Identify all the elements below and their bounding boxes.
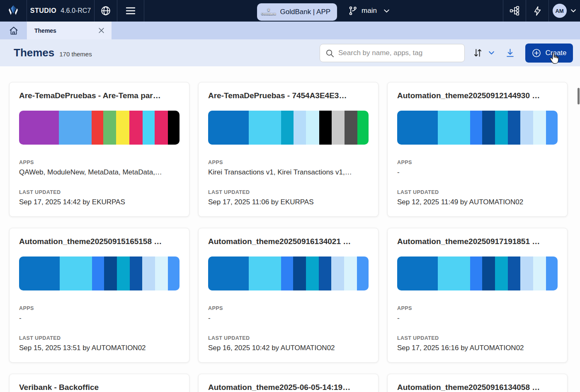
lightning-icon [532, 6, 543, 16]
last-updated-value: Sep 17, 2025 11:06 by EKURPAS [208, 198, 369, 207]
apps-label: APPS [19, 160, 180, 165]
theme-palette [397, 111, 558, 145]
page-header: Themes 170 themes [0, 39, 580, 66]
quick-actions-button[interactable] [526, 0, 548, 22]
last-updated-label: LAST UPDATED [397, 335, 558, 341]
create-button-label: Create [545, 49, 566, 57]
sort-button[interactable] [472, 47, 484, 59]
last-updated-label: LAST UPDATED [397, 189, 558, 195]
theme-card-title: Automation_theme20250916134021 … [208, 237, 369, 247]
download-icon [505, 48, 515, 58]
theme-card[interactable]: Are-TemaDePruebas - Are-Tema par… APPS Q… [9, 82, 189, 217]
tab-bar: Themes [0, 22, 580, 39]
last-updated-label: LAST UPDATED [19, 335, 180, 341]
app-logo-icon [7, 5, 19, 17]
theme-card[interactable]: Automation_theme20250917191851 … APPS - … [387, 228, 568, 363]
last-updated-value: Sep 16, 2025 10:42 by AUTOMATION02 [208, 344, 369, 353]
current-app-badge[interactable]: ♛ GoldBank GoldBank | APP [257, 3, 337, 21]
theme-card-title: Are-TemaDePruebas - 7454A3E4E3… [208, 91, 369, 101]
top-bar: STUDIO 4.6.0-RC7 ♛ GoldBank GoldBank | A… [0, 0, 580, 22]
app-logo[interactable] [0, 0, 27, 22]
apps-value: Kirei Transactions v1, Kirei Transaction… [208, 168, 369, 177]
apps-value: - [397, 314, 558, 323]
search-box [320, 44, 465, 62]
chevron-down-icon [488, 49, 495, 56]
apps-value: - [397, 168, 558, 177]
hierarchy-button[interactable] [503, 0, 526, 22]
last-updated-value: Sep 17, 2025 16:16 by AUTOMATION02 [397, 344, 558, 353]
theme-palette [19, 256, 180, 290]
theme-card-title: Automation_theme20250916134058 … [397, 382, 558, 392]
language-button[interactable] [95, 0, 117, 22]
apps-label: APPS [208, 160, 369, 165]
user-menu[interactable]: AM [548, 0, 580, 22]
tab-home[interactable] [0, 22, 27, 39]
theme-card-title: Automation_theme20250912144930 … [397, 91, 558, 101]
avatar: AM [553, 4, 567, 18]
last-updated-value: Sep 12, 2025 11:49 by AUTOMATION02 [397, 198, 558, 207]
theme-card[interactable]: Automation_theme20250916134021 … APPS - … [198, 228, 379, 363]
chevron-down-icon [383, 7, 390, 15]
close-icon[interactable] [97, 26, 106, 35]
current-app-label: GoldBank | APP [280, 8, 330, 16]
tab-themes[interactable]: Themes [27, 22, 112, 39]
home-icon [9, 26, 19, 36]
product-label: STUDIO [30, 7, 56, 15]
theme-card[interactable]: Automation_theme20250916134058 … [387, 374, 568, 392]
apps-label: APPS [397, 305, 558, 311]
main-menu-button[interactable] [117, 0, 144, 22]
goldbank-logo-icon: ♛ GoldBank [261, 8, 276, 16]
page-title: Themes [14, 46, 54, 59]
branch-name: main [362, 7, 377, 15]
download-button[interactable] [504, 47, 516, 59]
theme-card[interactable]: Automation_theme20250912144930 … APPS - … [387, 82, 568, 217]
apps-label: APPS [208, 305, 369, 311]
theme-palette [208, 111, 369, 145]
tab-themes-label: Themes [34, 27, 97, 34]
theme-palette [208, 256, 369, 290]
sort-options-button[interactable] [487, 48, 496, 57]
product-name: STUDIO 4.6.0-RC7 [27, 0, 95, 22]
sort-icon [473, 48, 483, 58]
theme-card[interactable]: Veribank - Backoffice [9, 374, 189, 392]
theme-palette [19, 111, 180, 145]
apps-value: - [208, 314, 369, 323]
themes-grid: Are-TemaDePruebas - Are-Tema par… APPS Q… [0, 66, 580, 392]
themes-count: 170 themes [59, 51, 92, 58]
theme-card[interactable]: Are-TemaDePruebas - 7454A3E4E3… APPS Kir… [198, 82, 379, 217]
menu-icon [125, 6, 136, 15]
theme-palette [397, 256, 558, 290]
globe-icon [100, 5, 111, 16]
apps-value: QAWeb, ModuleNew, MetaData, MetaData,… [19, 168, 180, 177]
last-updated-value: Sep 15, 2025 13:51 by AUTOMATION02 [19, 344, 180, 353]
theme-card-title: Automation_theme20250917191851 … [397, 237, 558, 247]
theme-card-title: Veribank - Backoffice [19, 382, 180, 392]
theme-card-title: Automation_theme20250915165158 … [19, 237, 180, 247]
org-chart-icon [509, 5, 520, 16]
apps-label: APPS [19, 305, 180, 311]
branch-icon [348, 6, 358, 16]
chevron-down-icon [570, 7, 577, 14]
product-version: 4.6.0-RC7 [61, 7, 91, 15]
theme-card-title: Automation_theme2025-06-05-14:19… [208, 382, 369, 392]
search-input[interactable] [320, 44, 465, 62]
vertical-scrollbar[interactable] [578, 88, 580, 104]
last-updated-label: LAST UPDATED [208, 189, 369, 195]
create-button[interactable]: Create [525, 44, 573, 63]
apps-label: APPS [397, 160, 558, 165]
last-updated-label: LAST UPDATED [208, 335, 369, 341]
plus-circle-icon [531, 48, 541, 58]
theme-card[interactable]: Automation_theme20250915165158 … APPS - … [9, 228, 189, 363]
last-updated-label: LAST UPDATED [19, 189, 180, 195]
branch-selector[interactable]: main [348, 6, 390, 16]
apps-value: - [19, 314, 180, 323]
theme-card[interactable]: Automation_theme2025-06-05-14:19… [198, 374, 379, 392]
search-icon [325, 48, 335, 58]
last-updated-value: Sep 17, 2025 14:42 by EKURPAS [19, 198, 180, 207]
theme-card-title: Are-TemaDePruebas - Are-Tema par… [19, 91, 180, 101]
